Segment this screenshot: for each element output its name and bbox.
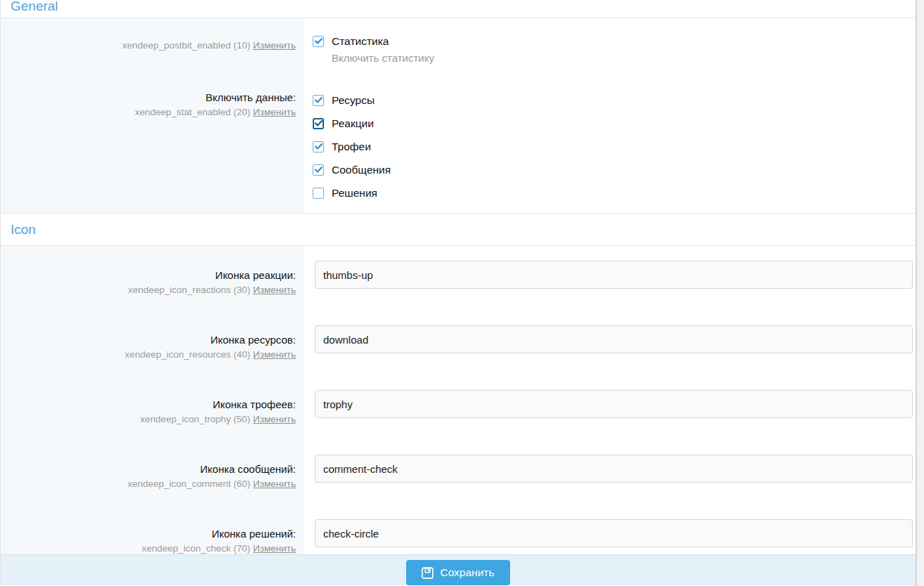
option-title: Иконка решений:: [1, 527, 296, 540]
checkbox-box[interactable]: [313, 36, 324, 47]
checkbox-solutions[interactable]: Решения: [313, 187, 911, 199]
admin-options-page: General xendeep_postbit_enabled (10) Изм…: [0, 0, 924, 586]
option-id-text: xendeep_icon_comment (60): [127, 478, 250, 489]
checkmark-icon: [315, 38, 323, 44]
edit-option-link[interactable]: Изменить: [253, 107, 296, 117]
option-row-icon-resources: Иконка ресурсов: xendeep_icon_resources …: [1, 311, 916, 375]
option-row-icon-comment: Иконка сообщений: xendeep_icon_comment (…: [1, 440, 916, 504]
checkbox-label: Сообщения: [332, 164, 391, 176]
edit-option-link[interactable]: Изменить: [253, 478, 296, 489]
option-control-cell: [304, 440, 916, 504]
option-control-cell: [304, 311, 916, 375]
option-hint: Включить статистику: [332, 52, 911, 65]
icon-check-input[interactable]: [315, 519, 913, 547]
option-title: Иконка сообщений:: [1, 462, 296, 476]
options-panel: General xendeep_postbit_enabled (10) Изм…: [0, 0, 916, 586]
edit-option-link[interactable]: Изменить: [253, 543, 296, 554]
option-id-label: xendeep_stat_enabled (20) Изменить: [1, 105, 296, 119]
option-row-icon-reactions: Иконка реакции: xendeep_icon_reactions (…: [1, 246, 916, 311]
checkbox-trophies[interactable]: Трофеи: [313, 141, 911, 152]
option-id-text: xendeep_icon_resources (40): [125, 349, 251, 360]
checkbox-box[interactable]: [313, 188, 324, 199]
option-id-text: xendeep_postbit_enabled (10): [122, 40, 250, 51]
option-row-icon-check: Иконка решений: xendeep_icon_check (70) …: [1, 504, 916, 554]
section-icon: Иконка реакции: xendeep_icon_reactions (…: [1, 246, 916, 554]
option-id-label: xendeep_icon_check (70) Изменить: [1, 542, 296, 555]
checkbox-label: Статистика: [332, 35, 389, 47]
icon-trophy-input[interactable]: [315, 390, 913, 418]
checkbox-label: Трофеи: [332, 141, 371, 152]
checkmark-icon: [315, 143, 323, 150]
icon-reactions-input[interactable]: [315, 261, 913, 289]
form-footer: Сохранить: [1, 554, 916, 585]
checkbox-label: Реакции: [332, 117, 374, 129]
option-id-label: xendeep_icon_reactions (30) Изменить: [1, 283, 296, 297]
option-id-text: xendeep_icon_trophy (50): [140, 414, 250, 424]
checkmark-icon: [315, 167, 323, 173]
edit-option-link[interactable]: Изменить: [253, 349, 296, 360]
checkbox-label: Решения: [332, 187, 377, 199]
option-control-cell: [304, 246, 916, 311]
option-label-cell: Включить данные: xendeep_stat_enabled (2…: [1, 82, 304, 213]
checkbox-reactions[interactable]: Реакции: [313, 117, 911, 129]
option-row-stat-enabled: Включить данные: xendeep_stat_enabled (2…: [1, 82, 916, 213]
option-control-cell: Ресурсы Реакции Трофеи: [304, 82, 916, 213]
section-title-general: General: [11, 0, 906, 15]
option-control-cell: Статистика Включить статистику: [304, 18, 916, 82]
option-control-cell: [304, 504, 916, 554]
section-general: xendeep_postbit_enabled (10) Изменить Ст…: [1, 18, 916, 214]
option-label-cell: xendeep_postbit_enabled (10) Изменить: [1, 18, 304, 82]
option-control-cell: [304, 375, 916, 440]
section-title-icon: Icon: [11, 221, 906, 238]
scrollbar-track[interactable]: [916, 0, 924, 586]
section-header-icon: Icon: [1, 214, 916, 246]
option-title: Иконка трофеев:: [1, 398, 296, 411]
checkbox-statistics[interactable]: Статистика: [313, 35, 911, 47]
edit-option-link[interactable]: Изменить: [253, 285, 296, 295]
option-id-text: xendeep_icon_reactions (30): [128, 285, 250, 295]
checkmark-icon: [315, 120, 323, 126]
option-id-label: xendeep_icon_comment (60) Изменить: [1, 477, 296, 490]
icon-comment-input[interactable]: [315, 455, 913, 483]
option-label-cell: Иконка реакции: xendeep_icon_reactions (…: [1, 246, 304, 311]
checkmark-icon: [315, 97, 323, 103]
option-title: Иконка ресурсов:: [1, 333, 296, 346]
save-button[interactable]: Сохранить: [406, 560, 509, 585]
checkbox-box[interactable]: [313, 95, 324, 106]
checkbox-messages[interactable]: Сообщения: [313, 164, 911, 176]
option-id-text: xendeep_icon_check (70): [142, 543, 251, 554]
option-title: Включить данные:: [1, 91, 296, 104]
option-label-cell: Иконка сообщений: xendeep_icon_comment (…: [1, 440, 304, 504]
icon-resources-input[interactable]: [315, 325, 913, 353]
save-disk-icon: [422, 567, 434, 579]
option-id-label: xendeep_icon_trophy (50) Изменить: [1, 412, 296, 426]
option-id-text: xendeep_stat_enabled (20): [135, 107, 250, 117]
section-header-general: General: [1, 0, 916, 18]
option-label-cell: Иконка решений: xendeep_icon_check (70) …: [1, 504, 304, 554]
checkbox-resources[interactable]: Ресурсы: [313, 94, 911, 106]
checkbox-box[interactable]: [313, 118, 324, 129]
save-button-label: Сохранить: [440, 566, 494, 579]
option-title: Иконка реакции:: [1, 268, 296, 282]
option-id-label: xendeep_postbit_enabled (10) Изменить: [1, 39, 296, 52]
option-row-icon-trophy: Иконка трофеев: xendeep_icon_trophy (50)…: [1, 375, 916, 440]
checkbox-box[interactable]: [313, 141, 324, 152]
option-row-postbit-enabled: xendeep_postbit_enabled (10) Изменить Ст…: [1, 18, 916, 82]
edit-option-link[interactable]: Изменить: [253, 40, 296, 51]
checkbox-box[interactable]: [313, 164, 324, 176]
option-id-label: xendeep_icon_resources (40) Изменить: [1, 348, 296, 361]
option-label-cell: Иконка трофеев: xendeep_icon_trophy (50)…: [1, 375, 304, 440]
checkbox-label: Ресурсы: [332, 94, 375, 106]
edit-option-link[interactable]: Изменить: [253, 414, 296, 424]
option-label-cell: Иконка ресурсов: xendeep_icon_resources …: [1, 311, 304, 375]
